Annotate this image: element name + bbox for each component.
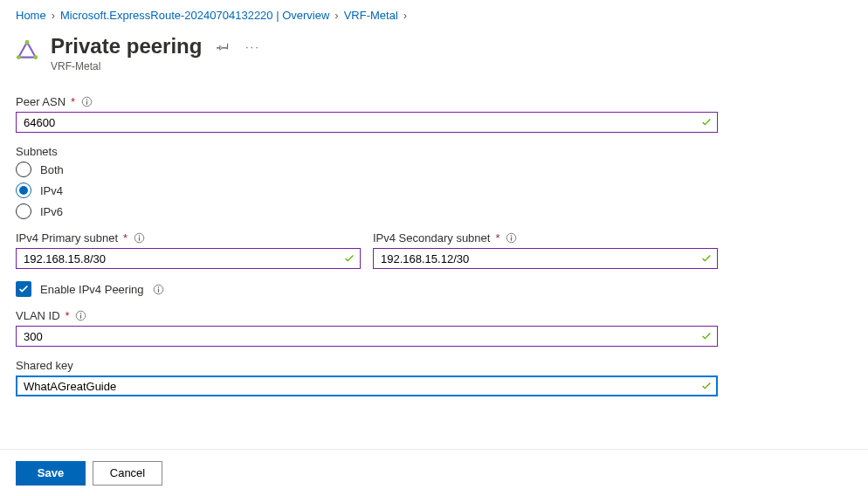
- subnets-radio-both[interactable]: Both: [16, 162, 852, 177]
- required-indicator: *: [123, 231, 127, 245]
- svg-point-11: [511, 235, 512, 236]
- checkmark-icon: [700, 380, 713, 392]
- shared-key-label: Shared key: [16, 359, 73, 372]
- ipv4-primary-input[interactable]: [16, 248, 361, 269]
- radio-label: IPv6: [40, 205, 63, 218]
- chevron-right-icon: ›: [52, 9, 55, 22]
- svg-rect-18: [80, 315, 81, 319]
- info-icon[interactable]: [505, 232, 517, 245]
- page-title: Private peering: [51, 34, 202, 59]
- required-indicator: *: [65, 309, 70, 322]
- svg-point-5: [86, 99, 86, 100]
- info-icon[interactable]: [75, 310, 87, 322]
- ipv4-primary-label: IPv4 Primary subnet: [16, 231, 118, 245]
- svg-point-17: [80, 313, 81, 313]
- checkmark-icon: [700, 116, 713, 128]
- subnets-radio-group: Both IPv4 IPv6: [16, 162, 852, 219]
- enable-ipv4-checkbox[interactable]: [16, 281, 31, 297]
- pin-icon[interactable]: [214, 38, 231, 55]
- save-button[interactable]: Save: [16, 461, 86, 486]
- svg-point-14: [158, 286, 159, 287]
- required-indicator: *: [71, 95, 75, 108]
- page-header: Private peering ··· VRF-Metal: [0, 22, 868, 72]
- svg-rect-9: [139, 238, 140, 241]
- required-indicator: *: [495, 231, 499, 245]
- peer-asn-input[interactable]: [16, 112, 718, 133]
- breadcrumb-link-home[interactable]: Home: [16, 9, 46, 22]
- svg-rect-15: [158, 288, 159, 292]
- more-icon[interactable]: ···: [244, 38, 261, 55]
- peering-icon: [16, 39, 38, 62]
- vlan-id-label: VLAN ID: [16, 309, 60, 322]
- footer: Save Cancel: [0, 449, 868, 496]
- chevron-right-icon: ›: [334, 9, 338, 22]
- checkmark-icon: [700, 330, 713, 342]
- svg-point-8: [138, 235, 139, 236]
- subnets-radio-ipv4[interactable]: IPv4: [16, 183, 852, 198]
- checkmark-icon: [343, 252, 355, 265]
- breadcrumb: Home › Microsoft.ExpressRoute-2024070413…: [0, 0, 868, 22]
- shared-key-input[interactable]: [16, 375, 718, 396]
- enable-ipv4-label: Enable IPv4 Peering: [40, 283, 144, 296]
- form: Peer ASN * Subnets Both IPv4: [0, 72, 868, 396]
- info-icon[interactable]: [153, 283, 165, 295]
- checkmark-icon: [700, 252, 713, 265]
- subnets-radio-ipv6[interactable]: IPv6: [16, 203, 852, 219]
- subnets-label: Subnets: [16, 145, 58, 158]
- cancel-button[interactable]: Cancel: [93, 461, 162, 486]
- svg-point-1: [25, 40, 30, 45]
- chevron-right-icon: ›: [403, 9, 407, 22]
- peer-asn-label: Peer ASN: [16, 95, 65, 108]
- ipv4-secondary-label: IPv4 Secondary subnet: [373, 231, 490, 245]
- info-icon[interactable]: [80, 96, 93, 108]
- page-subtitle: VRF-Metal: [51, 60, 261, 72]
- svg-rect-6: [86, 101, 87, 105]
- radio-label: Both: [40, 163, 64, 176]
- svg-point-2: [33, 55, 38, 59]
- svg-marker-0: [18, 42, 36, 57]
- breadcrumb-link-resource[interactable]: Microsoft.ExpressRoute-20240704132220 | …: [60, 9, 329, 22]
- vlan-id-input[interactable]: [16, 326, 718, 347]
- svg-rect-12: [511, 238, 512, 241]
- svg-point-3: [17, 55, 21, 59]
- info-icon[interactable]: [133, 232, 145, 245]
- radio-label: IPv4: [40, 184, 63, 197]
- breadcrumb-link-vrf[interactable]: VRF-Metal: [344, 9, 398, 22]
- ipv4-secondary-input[interactable]: [373, 248, 718, 269]
